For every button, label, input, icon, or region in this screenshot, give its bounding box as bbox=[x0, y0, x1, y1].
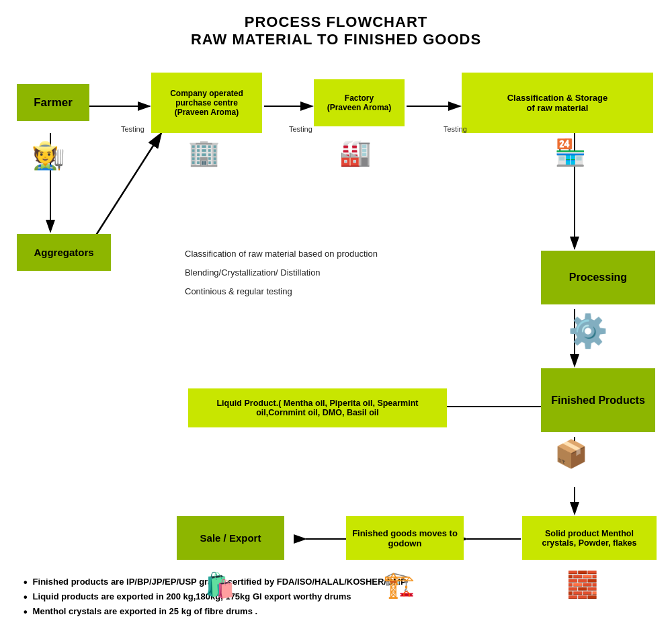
building-icon: 🏢 bbox=[188, 138, 220, 167]
godown-icon: 🏗️ bbox=[383, 570, 415, 599]
sale-export-box: Sale / Export bbox=[177, 516, 284, 560]
process-text-2: Blending/Crystallization/ Distillation bbox=[185, 267, 321, 278]
warehouse-icon: 🏪 bbox=[554, 138, 586, 167]
classification-storage-box: Classification & Storage of raw material bbox=[462, 73, 653, 133]
bullet-dot-1: • bbox=[24, 577, 28, 589]
title-line1: PROCESS FLOWCHART bbox=[10, 13, 662, 31]
finished-goods-godown-box: Finished goods moves to godown bbox=[346, 516, 464, 560]
factory-icon: 🏭 bbox=[339, 138, 371, 167]
farmer-icon: 🧑‍🌾 bbox=[32, 140, 65, 171]
bullet-item-3: • Menthol crystals are exported in 25 kg… bbox=[24, 606, 662, 618]
bullet-dot-3: • bbox=[24, 606, 28, 618]
processing-box: Processing bbox=[541, 251, 655, 304]
process-text-3: Continious & regular testing bbox=[185, 286, 292, 296]
solid-product-box: Solid product Menthol crystals, Powder, … bbox=[522, 516, 657, 560]
finished-products-box: Finished Products bbox=[541, 368, 655, 432]
open-box-icon: 📦 bbox=[554, 438, 588, 470]
bag-icon: 🛍️ bbox=[205, 571, 235, 599]
factory-box: Factory (Praveen Aroma) bbox=[314, 79, 405, 126]
bullet-dot-2: • bbox=[24, 591, 28, 603]
svg-line-13 bbox=[87, 133, 161, 249]
gear-icon: ⚙️ bbox=[568, 312, 608, 350]
bullet-section: • Finished products are IP/BP/JP/EP/USP … bbox=[10, 577, 662, 618]
liquid-product-box: Liquid Product.( Mentha oil, Piperita oi… bbox=[188, 388, 447, 427]
testing-label-3: Testing bbox=[444, 125, 467, 133]
testing-label-1: Testing bbox=[121, 125, 144, 133]
title-line2: RAW MATERIAL TO FINISHED GOODS bbox=[10, 31, 662, 48]
aggregators-box: Aggregators bbox=[17, 234, 111, 271]
arrows-svg bbox=[10, 60, 662, 571]
flowchart: Farmer Company operated purchase centre … bbox=[10, 60, 662, 571]
testing-label-2: Testing bbox=[289, 125, 312, 133]
purchase-centre-box: Company operated purchase centre (Pravee… bbox=[151, 73, 262, 133]
farmer-box: Farmer bbox=[17, 84, 89, 121]
pallet-icon: 🧱 bbox=[566, 570, 598, 599]
process-text-1: Classification of raw material based on … bbox=[185, 249, 378, 259]
